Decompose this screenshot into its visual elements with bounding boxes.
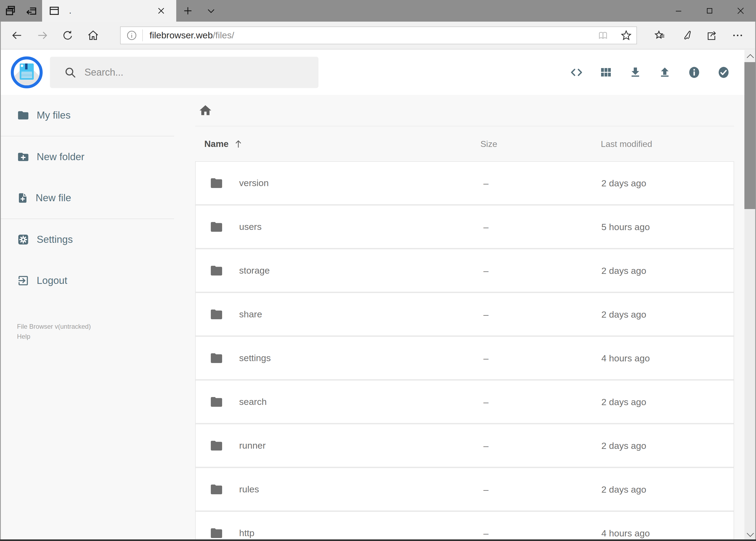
file-size: –: [483, 528, 489, 538]
download-icon[interactable]: [629, 66, 642, 79]
close-window-button[interactable]: [725, 0, 756, 22]
hub-favorites-icon[interactable]: [654, 29, 666, 42]
breadcrumb-home-icon[interactable]: [198, 104, 212, 118]
scrollbar-up-icon[interactable]: [744, 50, 756, 62]
app-version-text: File Browser v(untracked): [17, 321, 174, 331]
floppy-disk-icon: [20, 64, 34, 80]
page-icon: [49, 5, 60, 16]
file-name: share: [239, 309, 262, 319]
url-host: filebrowser.web: [149, 30, 213, 40]
site-info-icon[interactable]: [126, 30, 137, 41]
sidebar-footer: File Browser v(untracked) Help: [17, 321, 174, 341]
folder-icon: [210, 440, 223, 451]
file-size: –: [483, 309, 489, 319]
url-text[interactable]: filebrowser.web/files/: [149, 30, 597, 41]
sort-ascending-icon: [233, 139, 244, 149]
sidebar-item-new-folder[interactable]: New folder: [0, 136, 174, 178]
sidebar-item-settings[interactable]: Settings: [0, 219, 174, 260]
address-bar-divider: [142, 29, 143, 41]
set-tabs-aside-icon[interactable]: [21, 0, 42, 22]
column-header-name[interactable]: Name: [204, 139, 244, 149]
tab-close-icon[interactable]: [153, 0, 169, 22]
file-modified: 2 days ago: [601, 396, 646, 407]
file-row-share[interactable]: share – 2 days ago: [196, 293, 734, 335]
file-row-users[interactable]: users – 5 hours ago: [196, 206, 734, 248]
search-icon: [64, 66, 76, 79]
folder-icon: [17, 109, 29, 122]
info-icon[interactable]: [688, 66, 701, 79]
column-header-modified[interactable]: Last modified: [601, 139, 652, 149]
file-modified: 4 hours ago: [601, 353, 650, 363]
address-bar[interactable]: filebrowser.web/files/: [120, 26, 637, 44]
select-check-icon[interactable]: [717, 66, 730, 79]
search-input[interactable]: [85, 67, 319, 78]
browser-navbar: filebrowser.web/files/: [0, 22, 756, 49]
reading-view-icon[interactable]: [597, 30, 609, 41]
file-name: settings: [239, 353, 271, 363]
new-tab-button[interactable]: [176, 0, 199, 22]
file-name: rules: [239, 484, 259, 495]
raw-view-code-icon[interactable]: [570, 66, 583, 79]
file-row-storage[interactable]: storage – 2 days ago: [196, 249, 734, 292]
folder-icon: [210, 222, 223, 232]
filebrowser-logo-icon[interactable]: [11, 56, 43, 88]
file-row-settings[interactable]: settings – 4 hours ago: [196, 337, 734, 379]
search-bar[interactable]: [50, 57, 319, 88]
web-notes-pen-icon[interactable]: [680, 29, 692, 42]
sidebar-item-new-file[interactable]: New file: [0, 178, 174, 219]
file-modified: 4 hours ago: [601, 528, 650, 538]
folder-plus-icon: [17, 151, 29, 163]
file-size: –: [483, 353, 489, 363]
file-listing: Name Size Last modified version: [174, 95, 744, 541]
column-header-size[interactable]: Size: [480, 139, 497, 149]
browser-tab[interactable]: .: [42, 0, 176, 22]
folder-icon: [210, 309, 223, 320]
refresh-button[interactable]: [62, 29, 74, 42]
window-border-left: [0, 22, 1, 541]
page-scrollbar[interactable]: [744, 50, 756, 541]
tab-bar: .: [0, 0, 756, 22]
file-size: –: [483, 222, 489, 232]
tab-list-dropdown-icon[interactable]: [199, 0, 223, 22]
more-options-icon[interactable]: [731, 29, 744, 42]
scrollbar-down-icon[interactable]: [744, 532, 756, 538]
file-row-rules[interactable]: rules – 2 days ago: [196, 468, 734, 510]
grid-view-icon[interactable]: [600, 66, 613, 79]
file-modified: 2 days ago: [601, 440, 646, 451]
file-name: search: [239, 396, 267, 407]
file-name: http: [239, 528, 255, 538]
minimize-button[interactable]: [663, 0, 694, 22]
back-button[interactable]: [11, 29, 23, 42]
file-row-runner[interactable]: runner – 2 days ago: [196, 424, 734, 467]
file-modified: 2 days ago: [601, 484, 646, 495]
file-row-version[interactable]: version – 2 days ago: [196, 162, 734, 204]
listing-header: Name Size Last modified: [195, 126, 734, 161]
sidebar: My files New folder: [0, 95, 174, 541]
folder-icon: [210, 528, 223, 539]
file-name: runner: [239, 440, 266, 451]
url-path: /files/: [213, 30, 234, 40]
add-favorite-star-icon[interactable]: [620, 29, 632, 41]
app-header: [0, 50, 744, 95]
folder-icon: [210, 265, 223, 276]
help-link[interactable]: Help: [17, 331, 174, 341]
file-size: –: [483, 265, 489, 276]
sidebar-item-logout[interactable]: Logout: [0, 260, 174, 301]
tab-preview-icon[interactable]: [0, 0, 21, 22]
folder-icon: [210, 396, 223, 407]
file-row-http[interactable]: http – 4 hours ago: [196, 512, 734, 541]
sidebar-item-label: Logout: [37, 275, 67, 286]
tab-title: .: [69, 7, 153, 15]
home-button[interactable]: [87, 29, 99, 42]
file-size: –: [483, 484, 489, 495]
share-icon[interactable]: [705, 29, 718, 42]
sidebar-item-label: New folder: [37, 151, 85, 163]
maximize-button[interactable]: [694, 0, 725, 22]
scrollbar-thumb[interactable]: [744, 62, 756, 209]
forward-button[interactable]: [36, 29, 49, 42]
file-modified: 2 days ago: [601, 309, 646, 319]
upload-icon[interactable]: [658, 66, 671, 79]
sidebar-item-my-files[interactable]: My files: [0, 95, 174, 136]
file-row-search[interactable]: search – 2 days ago: [196, 380, 734, 423]
folder-icon: [210, 353, 223, 363]
